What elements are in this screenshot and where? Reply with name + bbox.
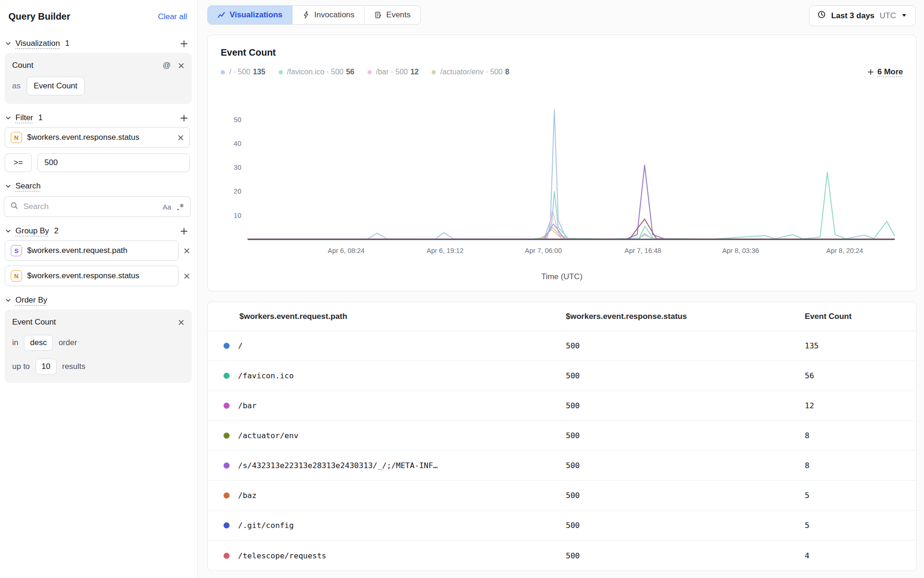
- table-row[interactable]: /actuator/env5008: [208, 421, 916, 451]
- event-count-line-chart[interactable]: 1020304050Apr 6, 08:24Apr 6, 19:12Apr 7,…: [221, 80, 903, 272]
- status-cell: 500: [566, 371, 805, 380]
- search-box[interactable]: Aa: [4, 196, 191, 217]
- section-label-visualization[interactable]: Visualization: [15, 39, 60, 48]
- at-icon[interactable]: @: [163, 61, 171, 70]
- path-value: /: [238, 341, 243, 350]
- in-label: in: [12, 338, 18, 347]
- path-value: /s/432313e22313e28313e2430313/_/;/META-I…: [238, 461, 438, 470]
- chevron-down-icon[interactable]: [5, 41, 11, 47]
- path-cell: /telescope/requests: [208, 551, 566, 560]
- add-group-by-button[interactable]: [180, 227, 188, 235]
- svg-text:50: 50: [234, 116, 241, 123]
- add-filter-button[interactable]: [180, 114, 188, 122]
- remove-visualization-button[interactable]: [178, 63, 184, 69]
- legend-color-dot: [221, 70, 225, 74]
- path-cell: /s/432313e22313e28313e2430313/_/;/META-I…: [208, 461, 566, 470]
- metric-name[interactable]: Count: [12, 61, 33, 70]
- add-visualization-button[interactable]: [180, 40, 188, 48]
- series-color-dot: [224, 492, 230, 499]
- field-type-badge: S: [11, 245, 22, 256]
- legend-item[interactable]: /actuator/env · 500 8: [432, 68, 509, 76]
- table-row[interactable]: /.git/config5005: [208, 511, 916, 541]
- filter-condition-row: >= 500: [5, 153, 190, 172]
- visualization-card: Count @ as Event Count: [5, 53, 192, 104]
- filter-field-select[interactable]: N $workers.event.response.status: [5, 127, 190, 148]
- events-icon: [375, 11, 382, 19]
- status-cell: 500: [566, 461, 805, 470]
- tab-visualizations[interactable]: Visualizations: [208, 6, 293, 24]
- legend-label: /actuator/env · 500 8: [440, 68, 509, 76]
- order-by-field[interactable]: Event Count: [12, 318, 56, 327]
- table-row[interactable]: /favicon.ico50056: [208, 361, 916, 391]
- svg-text:Apr 6, 08:24: Apr 6, 08:24: [328, 247, 365, 254]
- visualization-count: 1: [65, 39, 69, 48]
- sidebar-header: Query Builder Clear all: [0, 0, 197, 29]
- search-input[interactable]: [23, 202, 158, 211]
- section-label-order-by[interactable]: Order By: [15, 296, 47, 305]
- remove-filter-button[interactable]: [178, 135, 184, 141]
- filter-value-input[interactable]: 500: [37, 153, 190, 172]
- legend-item[interactable]: / · 500 135: [221, 68, 266, 76]
- plus-icon: [867, 69, 874, 75]
- count-cell: 8: [805, 431, 916, 440]
- remove-group-by-button[interactable]: [184, 273, 190, 279]
- order-by-card: Event Count in desc order up to 10 resul…: [5, 310, 192, 383]
- table-row[interactable]: /telescope/requests5004: [208, 541, 916, 571]
- status-cell: 500: [566, 341, 805, 350]
- filter-field-name: $workers.event.response.status: [27, 133, 139, 142]
- series-color-dot: [224, 343, 230, 349]
- legend-item[interactable]: /bar · 500 12: [368, 68, 419, 76]
- path-value: /bar: [238, 401, 257, 410]
- remove-group-by-button[interactable]: [184, 248, 190, 254]
- tab-events[interactable]: Events: [365, 6, 420, 24]
- timezone-label: UTC: [880, 11, 896, 21]
- time-range-picker[interactable]: Last 3 days UTC: [809, 5, 916, 26]
- alias-input[interactable]: Event Count: [27, 77, 85, 95]
- group-by-field-name: $workers.event.request.path: [27, 246, 128, 255]
- order-by-section-header: Order By: [5, 296, 188, 305]
- table-row[interactable]: /baz5005: [208, 481, 916, 511]
- tab-invocations[interactable]: Invocations: [293, 6, 365, 24]
- group-by-field-select[interactable]: N$workers.event.response.status: [5, 266, 179, 286]
- chevron-down-icon[interactable]: [5, 183, 11, 189]
- svg-text:10: 10: [234, 212, 241, 219]
- chart-line-icon: [217, 11, 225, 19]
- svg-text:Apr 7, 16:48: Apr 7, 16:48: [625, 247, 662, 254]
- filter-operator-select[interactable]: >=: [5, 153, 32, 172]
- limit-input[interactable]: 10: [36, 359, 57, 375]
- svg-text:30: 30: [234, 164, 241, 171]
- path-value: /favicon.ico: [238, 371, 294, 380]
- event-count-chart-card: Event Count / · 500 135/favicon.ico · 50…: [207, 35, 917, 291]
- match-case-icon[interactable]: Aa: [163, 203, 171, 211]
- count-cell: 56: [805, 371, 916, 380]
- legend-item[interactable]: /favicon.ico · 500 56: [279, 68, 354, 76]
- chevron-down-icon[interactable]: [5, 297, 11, 303]
- section-label-search[interactable]: Search: [15, 181, 41, 191]
- sort-direction-select[interactable]: desc: [24, 335, 53, 351]
- chevron-down-icon[interactable]: [5, 115, 11, 121]
- legend-more-button[interactable]: 6 More: [867, 67, 903, 77]
- section-label-filter[interactable]: Filter: [15, 113, 33, 123]
- clock-icon: [817, 10, 826, 21]
- chevron-down-icon[interactable]: [5, 228, 11, 234]
- remove-order-by-button[interactable]: [178, 319, 184, 325]
- status-cell: 500: [566, 491, 805, 500]
- section-label-group-by[interactable]: Group By: [15, 226, 49, 236]
- clear-all-button[interactable]: Clear all: [158, 12, 187, 22]
- group-by-field-select[interactable]: S$workers.event.request.path: [5, 240, 179, 261]
- topbar: VisualizationsInvocationsEvents Last 3 d…: [198, 0, 924, 26]
- tab-group: VisualizationsInvocationsEvents: [207, 5, 421, 25]
- path-value: /telescope/requests: [238, 551, 326, 560]
- series-color-dot: [224, 373, 230, 379]
- table-row[interactable]: /500135: [208, 331, 916, 361]
- status-cell: 500: [566, 551, 805, 560]
- table-row[interactable]: /s/432313e22313e28313e2430313/_/;/META-I…: [208, 451, 916, 481]
- regex-icon[interactable]: [176, 203, 184, 211]
- field-type-badge: N: [11, 270, 22, 282]
- search-section-header: Search: [5, 181, 188, 191]
- group-by-field-name: $workers.event.response.status: [27, 271, 139, 281]
- table-row[interactable]: /bar50012: [208, 391, 916, 421]
- svg-text:Apr 8, 03:36: Apr 8, 03:36: [722, 247, 759, 254]
- legend-label: / · 500 135: [229, 68, 266, 76]
- count-cell: 135: [805, 341, 916, 350]
